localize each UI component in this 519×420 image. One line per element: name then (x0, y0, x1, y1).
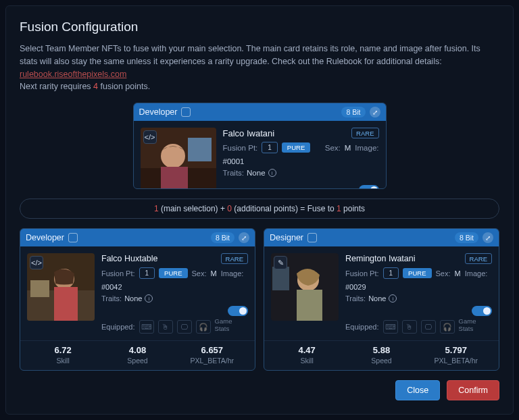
code-icon: </> (143, 130, 157, 144)
info-icon[interactable]: i (389, 294, 397, 303)
team-member-card[interactable]: Designer 8 Bit ✎ (264, 228, 499, 371)
info-icon[interactable]: i (145, 294, 153, 303)
svg-rect-5 (141, 188, 216, 189)
monitor-icon[interactable]: 🖵 (421, 320, 436, 334)
sex-label: Sex: (325, 144, 341, 152)
image-id: #0001 (223, 157, 245, 165)
svg-rect-2 (188, 138, 212, 161)
expand-icon[interactable] (483, 232, 493, 243)
fusion-pt-label: Fusion Pt: (223, 144, 258, 152)
bit-badge: 8 Bit (211, 232, 234, 243)
svg-rect-14 (297, 290, 322, 321)
role-label: Developer (26, 233, 64, 242)
fusion-pt-value: 1 (383, 267, 399, 279)
confirm-button[interactable]: Confirm (447, 380, 499, 400)
portrait: ✎ (271, 253, 339, 334)
code-icon: </> (30, 256, 43, 269)
rarity-badge: RARE (221, 253, 248, 264)
svg-rect-4 (161, 167, 188, 189)
modal-title: Fusion Configuration (20, 20, 499, 34)
pencil-icon: ✎ (274, 256, 287, 269)
close-button[interactable]: Close (395, 380, 440, 400)
traits-value: None (124, 294, 142, 303)
fusion-pt-value: 1 (262, 142, 278, 153)
gamestats-toggle[interactable] (359, 185, 379, 189)
rulebook-link[interactable]: rulebook.riseofthepixels.com (20, 70, 126, 79)
image-id: #0029 (345, 283, 366, 291)
role-label: Designer (270, 233, 303, 242)
mouse-icon[interactable]: 🖱 (158, 320, 173, 334)
bit-badge: 8 Bit (455, 232, 478, 243)
svg-rect-10 (54, 287, 78, 321)
main-selection-card[interactable]: Developer 8 Bit </> (133, 103, 387, 189)
result-points: 1 (337, 204, 341, 213)
keyboard-icon[interactable]: ⌨ (383, 320, 398, 334)
pure-badge: PURE (159, 268, 187, 278)
traits-value: None (247, 169, 266, 177)
character-name: Remington Iwatani (345, 254, 416, 263)
gamestats-toggle[interactable] (472, 306, 492, 316)
traits-label: Traits: (223, 169, 245, 177)
role-label: Developer (139, 107, 178, 117)
character-name: Falco Iwatani (223, 128, 275, 138)
fusion-pt-value: 1 (139, 267, 155, 279)
character-name: Falco Huxtable (101, 254, 157, 263)
headphones-icon[interactable]: 🎧 (196, 320, 211, 334)
portrait: </> (141, 128, 216, 189)
card-header: Developer 8 Bit (134, 103, 386, 121)
fusion-summary-bar: 1 (main selection) + 0 (additional point… (20, 199, 499, 219)
rarity-badge: RARE (465, 253, 492, 264)
svg-rect-12 (272, 267, 289, 290)
gamestats-toggle[interactable] (228, 306, 248, 316)
additional-count: 0 (227, 204, 232, 213)
team-member-card[interactable]: Developer 8 Bit </> (20, 228, 255, 371)
info-icon[interactable]: i (268, 169, 276, 177)
fusion-config-modal: Fusion Configuration Select Team Member … (5, 5, 514, 415)
main-count: 1 (154, 204, 159, 213)
desc-next-suffix: fusion points. (98, 82, 150, 91)
role-tile-icon (68, 233, 78, 242)
sex-value: M (455, 269, 461, 278)
image-label: Image: (355, 144, 378, 152)
svg-point-3 (161, 144, 185, 168)
role-tile-icon (307, 233, 317, 242)
sex-value: M (345, 144, 351, 152)
expand-icon[interactable] (370, 107, 380, 117)
traits-value: None (368, 294, 386, 303)
expand-icon[interactable] (239, 232, 249, 243)
modal-description: Select Team Member NFTs to fuse with you… (20, 43, 499, 93)
svg-rect-8 (30, 280, 49, 297)
portrait: </> (27, 253, 95, 334)
rarity-badge: RARE (351, 128, 378, 138)
headphones-icon[interactable]: 🎧 (440, 320, 455, 334)
mouse-icon[interactable]: 🖱 (402, 320, 417, 334)
image-id: #0042 (101, 283, 122, 291)
keyboard-icon[interactable]: ⌨ (139, 320, 154, 334)
desc-text: Select Team Member NFTs to fuse with you… (20, 44, 480, 66)
sex-value: M (211, 269, 217, 278)
monitor-icon[interactable]: 🖵 (177, 320, 192, 334)
pure-badge: PURE (403, 268, 431, 278)
desc-next-prefix: Next rarity requires (20, 82, 93, 91)
bit-badge: 8 Bit (341, 107, 365, 117)
pure-badge: PURE (282, 142, 310, 153)
required-points: 4 (93, 82, 98, 91)
role-tile-icon (181, 107, 191, 117)
